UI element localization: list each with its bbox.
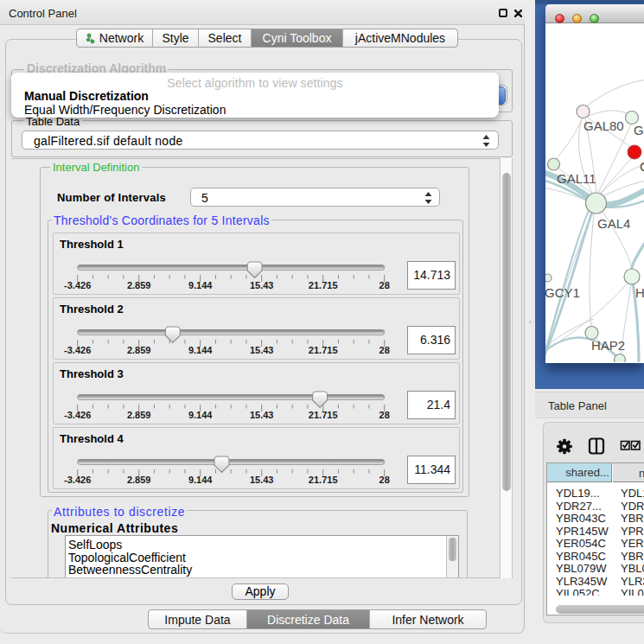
- svg-text:GCY1: GCY1: [545, 285, 580, 300]
- svg-text:9.144: 9.144: [188, 280, 213, 290]
- svg-text:15.43: 15.43: [250, 410, 274, 420]
- svg-text:GAL4: GAL4: [597, 216, 630, 231]
- svg-text:GAL80: GAL80: [583, 118, 624, 133]
- svg-text:2.859: 2.859: [127, 410, 151, 420]
- svg-text:C: C: [640, 159, 644, 174]
- svg-text:28: 28: [379, 345, 390, 355]
- svg-text:2.859: 2.859: [127, 345, 151, 355]
- svg-text:21.715: 21.715: [309, 410, 338, 420]
- svg-text:15.43: 15.43: [250, 280, 274, 290]
- svg-text:-3.426: -3.426: [64, 475, 91, 485]
- svg-text:21.715: 21.715: [309, 280, 338, 290]
- svg-text:HI: HI: [635, 285, 644, 300]
- svg-text:28: 28: [379, 280, 390, 290]
- svg-text:15.43: 15.43: [250, 475, 274, 485]
- svg-text:15.43: 15.43: [250, 345, 274, 355]
- svg-text:-3.426: -3.426: [64, 345, 91, 355]
- svg-text:-3.426: -3.426: [64, 410, 91, 420]
- svg-text:28: 28: [379, 475, 390, 485]
- svg-text:9.144: 9.144: [188, 410, 213, 420]
- svg-text:-3.426: -3.426: [64, 280, 91, 290]
- svg-text:2.859: 2.859: [127, 280, 151, 290]
- svg-text:9.144: 9.144: [188, 345, 213, 355]
- svg-text:GA: GA: [634, 123, 644, 137]
- svg-text:GAL11: GAL11: [557, 171, 596, 186]
- svg-text:28: 28: [379, 410, 390, 420]
- svg-text:21.715: 21.715: [309, 475, 338, 485]
- svg-text:9.144: 9.144: [188, 475, 213, 485]
- svg-text:21.715: 21.715: [309, 345, 338, 355]
- svg-text:HAP2: HAP2: [591, 338, 625, 353]
- svg-text:2.859: 2.859: [127, 475, 151, 485]
